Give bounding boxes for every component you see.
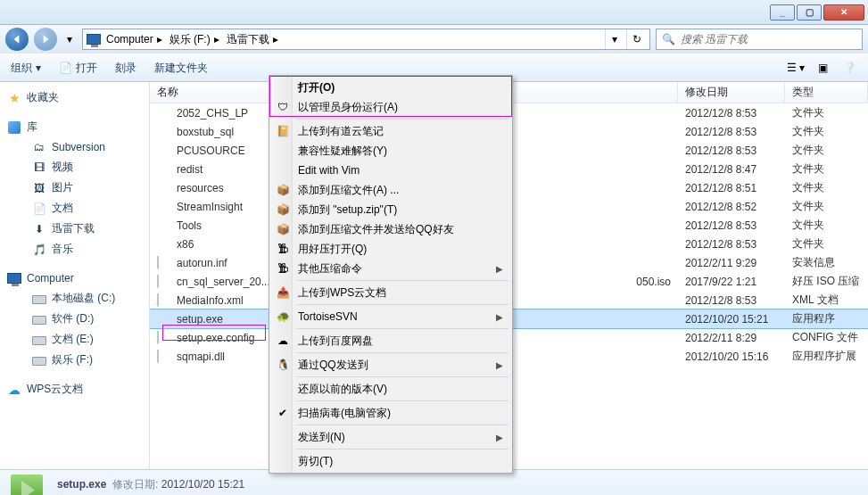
nav-favorites[interactable]: ★收藏夹 <box>0 87 149 108</box>
status-text: setup.exe 修改日期: 2012/10/20 15:21 应用程序 大小… <box>57 476 244 496</box>
view-options[interactable]: ☰ ▾ <box>784 58 807 78</box>
column-type[interactable]: 类型 <box>785 82 868 103</box>
nav-drive-item[interactable]: 本地磁盘 (C:) <box>0 288 149 309</box>
baidu-icon: ☁ <box>276 334 290 348</box>
lib-item-icon: 🗂 <box>32 140 46 154</box>
nav-history-drop[interactable]: ▾ <box>62 33 77 45</box>
context-separator <box>296 119 508 120</box>
file-icon <box>157 200 171 214</box>
context-separator <box>296 400 508 401</box>
toolbar-burn[interactable]: 刻录 <box>112 59 140 78</box>
context-menu-item[interactable]: 📦添加到 "setup.zip"(T) <box>271 200 510 219</box>
submenu-arrow-icon: ▶ <box>496 264 503 274</box>
nav-lib-item[interactable]: 🖼图片 <box>0 177 149 198</box>
context-menu-item[interactable]: 兼容性疑难解答(Y) <box>271 141 510 161</box>
search-input[interactable] <box>681 33 856 45</box>
context-menu-item[interactable]: 🗜其他压缩命令▶ <box>271 259 510 278</box>
svn-icon: 🐢 <box>276 309 290 324</box>
context-menu-item[interactable]: 发送到(N)▶ <box>271 427 510 447</box>
file-icon <box>157 312 171 326</box>
refresh-button[interactable]: ↻ <box>626 29 646 49</box>
window-close[interactable]: ✕ <box>823 4 864 21</box>
nav-drive-item[interactable]: 软件 (D:) <box>0 309 149 329</box>
wps-icon: 📤 <box>276 285 290 300</box>
toolbar-open[interactable]: 📄打开 <box>55 59 101 78</box>
toolbar-new-folder[interactable]: 新建文件夹 <box>151 59 211 78</box>
context-menu-item[interactable]: ☁上传到百度网盘 <box>271 331 510 351</box>
toolbar-organize[interactable]: 组织 ▾ <box>7 59 45 78</box>
computer-icon <box>7 271 21 285</box>
ynote-icon: 📔 <box>276 124 290 138</box>
nav-forward[interactable] <box>34 28 57 51</box>
lib-item-icon: 🎞 <box>32 161 46 175</box>
context-separator <box>296 352 508 353</box>
address-bar[interactable]: Computer▸ 娱乐 (F:)▸ 迅雷下载▸ ▾ ↻ <box>82 29 650 50</box>
nav-lib-item[interactable]: 🗂Subversion <box>0 137 149 157</box>
open-icon: 📄 <box>59 62 72 74</box>
breadcrumb-segment[interactable]: 迅雷下载▸ <box>225 29 280 49</box>
location-bar: ▾ Computer▸ 娱乐 (F:)▸ 迅雷下载▸ ▾ ↻ 🔍 <box>0 25 868 54</box>
lib-item-icon: 📄 <box>32 202 46 216</box>
nav-lib-item[interactable]: 🎵音乐 <box>0 239 149 260</box>
nav-libraries[interactable]: 库 <box>0 117 149 137</box>
context-menu-item[interactable]: 打开(O) <box>271 78 510 97</box>
address-dropdown[interactable]: ▾ <box>605 29 623 49</box>
context-menu: 打开(O)🛡以管理员身份运行(A)📔上传到有道云笔记兼容性疑难解答(Y)Edit… <box>269 75 513 474</box>
lib-item-icon: 🖼 <box>32 181 46 195</box>
drive-icon <box>32 353 46 367</box>
nav-lib-item[interactable]: 📄文档 <box>0 198 149 219</box>
breadcrumb-segment[interactable]: Computer▸ <box>104 29 164 49</box>
drive-icon <box>32 312 46 326</box>
drive-icon <box>32 333 46 347</box>
nav-wps-cloud[interactable]: ☁WPS云文档 <box>0 379 149 400</box>
nav-drive-item[interactable]: 文档 (E:) <box>0 329 149 350</box>
context-menu-item[interactable]: 🐧通过QQ发送到▶ <box>271 355 510 375</box>
context-separator <box>296 304 508 305</box>
zip2-icon: 🗜 <box>276 261 290 276</box>
cloud-icon: ☁ <box>7 383 21 397</box>
preview-pane-toggle[interactable]: ▣ <box>811 58 834 78</box>
window-maximize[interactable]: ▢ <box>797 4 822 21</box>
context-menu-item[interactable]: 📤上传到WPS云文档 <box>271 283 510 302</box>
submenu-arrow-icon: ▶ <box>496 312 503 322</box>
file-icon <box>157 275 171 289</box>
context-menu-item[interactable]: ✔扫描病毒(电脑管家) <box>271 403 510 423</box>
context-menu-item[interactable]: 📦添加到压缩文件并发送给QQ好友 <box>271 219 510 239</box>
nav-lib-item[interactable]: ⬇迅雷下载 <box>0 219 149 239</box>
submenu-arrow-icon: ▶ <box>496 433 503 442</box>
column-date[interactable]: 修改日期 <box>678 82 785 103</box>
context-menu-item[interactable]: 剪切(T) <box>271 451 510 471</box>
file-icon <box>157 219 171 233</box>
lib-item-icon: ⬇ <box>32 222 46 236</box>
context-menu-item[interactable]: 🗜用好压打开(Q) <box>271 239 510 259</box>
window-minimize[interactable]: _ <box>770 4 795 21</box>
file-icon <box>157 237 171 252</box>
context-menu-item[interactable]: 📦添加到压缩文件(A) ... <box>271 180 510 200</box>
context-menu-item[interactable]: 🛡以管理员身份运行(A) <box>271 97 510 117</box>
context-menu-item[interactable]: 🐢TortoiseSVN▶ <box>271 307 510 326</box>
nav-back[interactable] <box>5 28 29 51</box>
computer-icon <box>87 32 101 46</box>
nav-lib-item[interactable]: 🎞视频 <box>0 157 149 177</box>
drive-icon <box>32 292 46 306</box>
submenu-arrow-icon: ▶ <box>496 360 503 370</box>
nav-drive-item[interactable]: 娱乐 (F:) <box>0 350 149 370</box>
zip-icon: 📦 <box>276 202 290 217</box>
nav-computer[interactable]: Computer <box>0 268 149 288</box>
search-box[interactable]: 🔍 <box>656 29 863 50</box>
help-button[interactable]: ❔ <box>838 58 861 78</box>
context-menu-item[interactable]: 📔上传到有道云笔记 <box>271 121 510 141</box>
file-icon <box>157 350 171 364</box>
context-separator <box>296 328 508 329</box>
zip2-icon: 🗜 <box>276 242 290 256</box>
file-icon <box>157 144 171 158</box>
nav-pane[interactable]: ★收藏夹 库 🗂Subversion🎞视频🖼图片📄文档⬇迅雷下载🎵音乐 Comp… <box>0 82 150 469</box>
context-menu-item[interactable]: 还原以前的版本(V) <box>271 379 510 399</box>
context-separator <box>296 449 508 450</box>
context-separator <box>296 425 508 425</box>
search-icon: 🔍 <box>662 33 675 45</box>
breadcrumb-segment[interactable]: 娱乐 (F:)▸ <box>168 29 221 49</box>
file-icon <box>157 181 171 195</box>
context-menu-item[interactable]: Edit with Vim <box>271 161 510 180</box>
file-icon <box>157 293 171 308</box>
